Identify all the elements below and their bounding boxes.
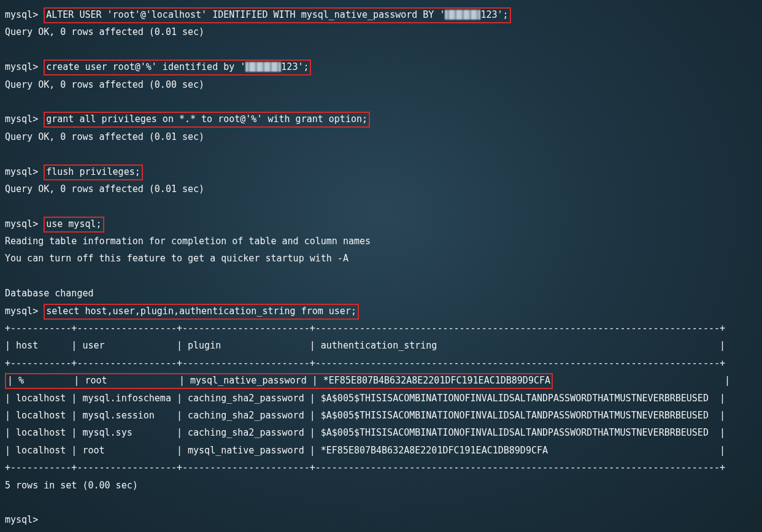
prompt[interactable]: mysql> <box>5 514 38 525</box>
blank-line <box>5 494 757 511</box>
command-line: mysql> flush privileges; <box>5 163 757 180</box>
table-row: | localhost | mysql.infoschema | caching… <box>5 390 757 407</box>
command-text: use mysql; <box>46 218 101 229</box>
output-line: Query OK, 0 rows affected (0.01 sec) <box>5 128 757 145</box>
table-border_bot: +-----------+------------------+--------… <box>5 459 757 476</box>
blank-line <box>5 41 757 58</box>
highlighted-command: flush privileges; <box>44 164 143 180</box>
command-text: 123'; <box>480 9 508 20</box>
prompt: mysql> <box>5 166 38 177</box>
highlighted-command: ALTER USER 'root'@'localhost' IDENTIFIED… <box>44 7 510 23</box>
output-line: Query OK, 0 rows affected (0.00 sec) <box>5 76 757 93</box>
output-line: Query OK, 0 rows affected (0.01 sec) <box>5 180 757 198</box>
command-text: flush privileges; <box>46 166 140 177</box>
command-line: mysql> grant all privileges on *.* to ro… <box>5 110 757 128</box>
command-text: ALTER USER 'root'@'localhost' IDENTIFIED… <box>46 9 445 20</box>
highlighted-row: | % | root | mysql_native_password | *EF… <box>5 373 553 389</box>
command-text: grant all privileges on *.* to root@'%' … <box>46 114 368 125</box>
table-border_mid: +-----------+------------------+--------… <box>5 355 757 372</box>
prompt: mysql> <box>5 218 38 229</box>
command-line: mysql> use mysql; <box>5 215 757 233</box>
table-row-tail: | <box>553 375 730 386</box>
table-row: | localhost | mysql.session | caching_sh… <box>5 407 757 424</box>
command-text: 123'; <box>281 61 309 72</box>
prompt: mysql> <box>5 9 38 20</box>
highlighted-command: use mysql; <box>44 217 104 233</box>
command-line: mysql> select host,user,plugin,authentic… <box>5 303 757 320</box>
output-line: Database changed <box>5 285 757 302</box>
table-border_top: +-----------+------------------+--------… <box>5 320 757 337</box>
blank-line <box>5 145 757 163</box>
redacted-password <box>445 10 480 20</box>
output-line: You can turn off this feature to get a q… <box>5 250 757 267</box>
command-text: create user root@'%' identified by ' <box>46 61 245 72</box>
command-line: mysql> ALTER USER 'root'@'localhost' IDE… <box>5 6 757 23</box>
prompt: mysql> <box>5 306 38 317</box>
command-line: mysql> create user root@'%' identified b… <box>5 58 757 75</box>
output-line: Query OK, 0 rows affected (0.01 sec) <box>5 23 757 40</box>
output-line: Reading table information for completion… <box>5 233 757 250</box>
output-line <box>5 268 757 285</box>
highlighted-command: create user root@'%' identified by '123'… <box>44 60 311 75</box>
table-row: | % | root | mysql_native_password | *EF… <box>5 372 757 389</box>
command-text: select host,user,plugin,authentication_s… <box>46 306 356 317</box>
table-header: | host | user | plugin | authentication_… <box>5 337 757 354</box>
prompt: mysql> <box>5 61 38 72</box>
blank-line <box>5 198 757 215</box>
highlighted-command: select host,user,plugin,authentication_s… <box>44 304 359 320</box>
table-footer: 5 rows in set (0.00 sec) <box>5 477 757 494</box>
redacted-password <box>245 62 281 72</box>
table-row: | localhost | mysql.sys | caching_sha2_p… <box>5 424 757 441</box>
prompt-line[interactable]: mysql> <box>5 511 757 528</box>
table-row: | localhost | root | mysql_native_passwo… <box>5 442 757 459</box>
mysql-terminal[interactable]: mysql> ALTER USER 'root'@'localhost' IDE… <box>0 0 762 529</box>
blank-line <box>5 93 757 110</box>
highlighted-command: grant all privileges on *.* to root@'%' … <box>44 112 370 128</box>
prompt: mysql> <box>5 114 38 125</box>
